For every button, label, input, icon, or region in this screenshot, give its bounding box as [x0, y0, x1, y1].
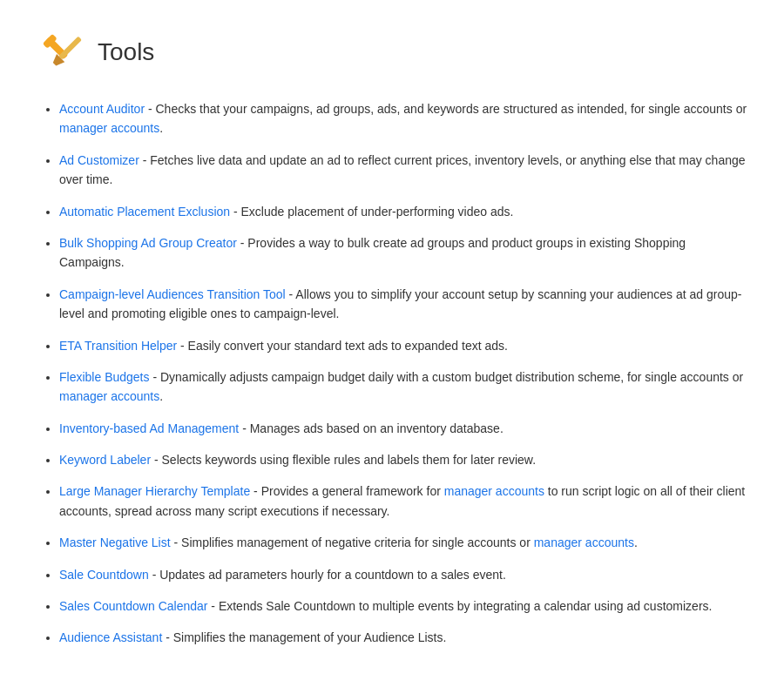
tool-description-account-auditor: - Checks that your campaigns, ad groups,…	[145, 102, 747, 116]
inline-link-flexible-budgets[interactable]: manager accounts	[59, 389, 159, 403]
list-item-large-manager-hierarchy-template: Large Manager Hierarchy Template - Provi…	[59, 482, 749, 521]
list-item-master-negative-list: Master Negative List - Simplifies manage…	[59, 533, 749, 552]
tool-description-end-flexible-budgets: .	[159, 389, 163, 403]
tool-description-automatic-placement-exclusion: - Exclude placement of under-performing …	[230, 205, 513, 219]
tool-link-bulk-shopping-ad-group-creator[interactable]: Bulk Shopping Ad Group Creator	[59, 236, 237, 250]
tools-list: Account Auditor - Checks that your campa…	[35, 99, 749, 648]
list-item-automatic-placement-exclusion: Automatic Placement Exclusion - Exclude …	[59, 202, 749, 221]
list-item-sale-countdown: Sale Countdown - Updates ad parameters h…	[59, 565, 749, 584]
inline-link-account-auditor[interactable]: manager accounts	[59, 121, 159, 135]
inline-link-large-manager-hierarchy-template[interactable]: manager accounts	[444, 484, 544, 498]
tool-link-large-manager-hierarchy-template[interactable]: Large Manager Hierarchy Template	[59, 484, 250, 498]
tool-link-keyword-labeler[interactable]: Keyword Labeler	[59, 453, 151, 467]
tool-description-end-account-auditor: .	[159, 121, 163, 135]
tool-link-eta-transition-helper[interactable]: ETA Transition Helper	[59, 339, 177, 353]
list-item-flexible-budgets: Flexible Budgets - Dynamically adjusts c…	[59, 367, 749, 407]
tool-description-sales-countdown-calendar: - Extends Sale Countdown to multiple eve…	[207, 599, 712, 613]
tool-description-inventory-based-ad-management: - Manages ads based on an inventory data…	[239, 421, 504, 435]
list-item-keyword-labeler: Keyword Labeler - Selects keywords using…	[59, 450, 749, 469]
tool-link-sale-countdown[interactable]: Sale Countdown	[59, 568, 149, 582]
inline-link-master-negative-list[interactable]: manager accounts	[534, 535, 634, 549]
tool-description-flexible-budgets: - Dynamically adjusts campaign budget da…	[150, 370, 744, 384]
tool-description-master-negative-list: - Simplifies management of negative crit…	[171, 535, 534, 549]
tool-link-master-negative-list[interactable]: Master Negative List	[59, 535, 171, 549]
tool-description-large-manager-hierarchy-template: - Provides a general framework for	[250, 484, 444, 498]
tool-link-automatic-placement-exclusion[interactable]: Automatic Placement Exclusion	[59, 205, 230, 219]
tool-link-sales-countdown-calendar[interactable]: Sales Countdown Calendar	[59, 599, 207, 613]
page-title: Tools	[98, 38, 154, 66]
svg-rect-2	[58, 37, 82, 60]
tool-description-ad-customizer: - Fetches live data and update an ad to …	[59, 153, 746, 186]
tool-description-keyword-labeler: - Selects keywords using flexible rules …	[151, 453, 536, 467]
list-item-campaign-level-audiences-transition-tool: Campaign-level Audiences Transition Tool…	[59, 285, 749, 324]
tool-description-sale-countdown: - Updates ad parameters hourly for a cou…	[149, 568, 506, 582]
tool-link-flexible-budgets[interactable]: Flexible Budgets	[59, 370, 150, 384]
tool-link-account-auditor[interactable]: Account Auditor	[59, 102, 145, 116]
tool-description-eta-transition-helper: - Easily convert your standard text ads …	[177, 339, 508, 353]
tool-link-inventory-based-ad-management[interactable]: Inventory-based Ad Management	[59, 421, 239, 435]
tools-icon	[35, 26, 87, 78]
list-item-bulk-shopping-ad-group-creator: Bulk Shopping Ad Group Creator - Provide…	[59, 233, 749, 273]
list-item-sales-countdown-calendar: Sales Countdown Calendar - Extends Sale …	[59, 596, 749, 616]
tool-description-audience-assistant: - Simplifies the management of your Audi…	[162, 630, 446, 644]
tool-link-audience-assistant[interactable]: Audience Assistant	[59, 630, 162, 644]
list-item-ad-customizer: Ad Customizer - Fetches live data and up…	[59, 151, 749, 190]
page-header: Tools	[35, 17, 749, 78]
tool-description-end-master-negative-list: .	[634, 535, 638, 549]
list-item-eta-transition-helper: ETA Transition Helper - Easily convert y…	[59, 336, 749, 355]
list-item-inventory-based-ad-management: Inventory-based Ad Management - Manages …	[59, 419, 749, 438]
tool-link-campaign-level-audiences-transition-tool[interactable]: Campaign-level Audiences Transition Tool	[59, 287, 286, 301]
list-item-audience-assistant: Audience Assistant - Simplifies the mana…	[59, 628, 749, 647]
tool-link-ad-customizer[interactable]: Ad Customizer	[59, 153, 139, 167]
list-item-account-auditor: Account Auditor - Checks that your campa…	[59, 99, 749, 138]
